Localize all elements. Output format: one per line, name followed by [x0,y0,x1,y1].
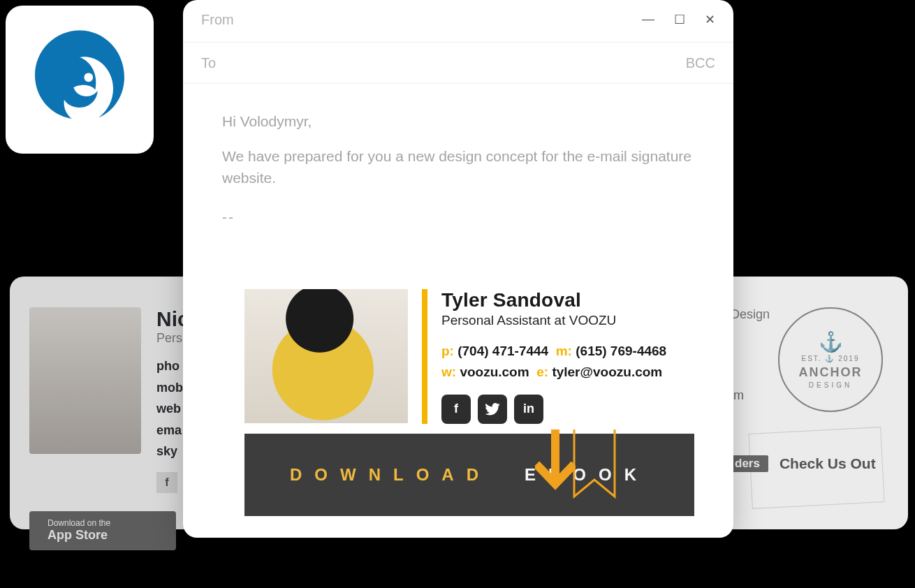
close-icon[interactable]: ✕ [705,12,715,27]
twitter-icon[interactable] [478,395,507,424]
to-label[interactable]: To [201,55,216,71]
appstore-badge[interactable]: Download on the App Store [29,511,176,550]
email-signature: Tyler Sandoval Personal Assistant at VOO… [244,289,694,424]
download-ebook-banner[interactable]: DOWNLOAD EBOOK [244,434,694,516]
svg-point-0 [84,73,93,82]
signature-photo [244,289,408,423]
facebook-icon[interactable]: f [441,395,471,424]
greeting-text: Hi Volodymyr, [222,110,694,133]
signature-name: Tyler Sandoval [441,289,666,311]
compose-body[interactable]: Hi Volodymyr, We have prepared for you a… [183,87,733,228]
signature-web-line: w: voozu.com e: tyler@voozu.com [441,362,666,383]
divider [183,42,733,43]
signature-phone-line: p: (704) 471-7444 m: (615) 769-4468 [441,341,666,362]
maximize-icon[interactable]: ☐ [674,12,685,27]
ribbon-icon [571,429,617,513]
facebook-icon[interactable]: f [156,472,177,493]
mailbird-logo [6,6,154,154]
accent-bar [422,289,427,424]
linkedin-icon[interactable]: in [514,395,543,424]
anchor-logo: ⚓ EST. ⚓ 2019 ANCHOR DESIGN [778,307,883,412]
window-controls: — ☐ ✕ [642,12,715,27]
download-arrow-icon [535,429,576,513]
divider [183,83,733,84]
body-text: We have prepared for you a new design co… [222,145,694,189]
mailbird-icon [24,24,136,135]
compose-window: From — ☐ ✕ To BCC Hi Volodymyr, We have … [183,0,733,538]
minimize-icon[interactable]: — [642,12,654,27]
left-card-avatar [29,307,141,454]
signature-title: Personal Assistant at VOOZU [441,313,666,328]
check-us-out-button[interactable]: Check Us Out [779,455,876,472]
banner-word-1: DOWNLOAD [290,465,491,485]
bcc-button[interactable]: BCC [686,55,715,71]
signature-separator: -- [222,206,694,228]
from-label[interactable]: From [201,12,234,28]
anchor-icon: ⚓ [819,330,843,353]
